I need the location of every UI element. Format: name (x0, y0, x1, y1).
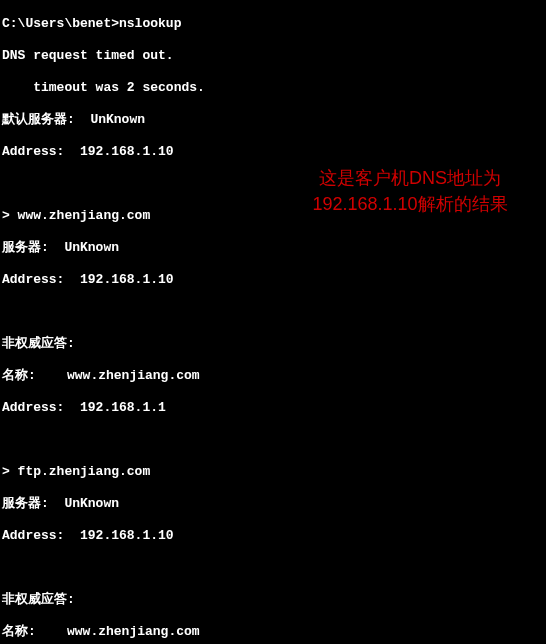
line: Address: 192.168.1.10 (2, 144, 223, 160)
line: 名称: www.zhenjiang.com (2, 624, 223, 640)
line: 服务器: UnKnown (2, 240, 223, 256)
line: 非权威应答: (2, 592, 223, 608)
line: 名称: www.zhenjiang.com (2, 368, 223, 384)
line: 默认服务器: UnKnown (2, 112, 223, 128)
line: 服务器: UnKnown (2, 496, 223, 512)
terminal-output[interactable]: C:\Users\benet>nslookup DNS request time… (0, 0, 225, 644)
line-prompt: > ftp.zhenjiang.com (2, 464, 223, 480)
line-blank (2, 432, 223, 448)
line-blank (2, 560, 223, 576)
annotation-box: 这是客户机DNS地址为 192.168.1.10解析的结果 (285, 165, 535, 217)
annotation-line2: 192.168.1.10解析的结果 (285, 191, 535, 217)
line-prompt: > www.zhenjiang.com (2, 208, 223, 224)
line: timeout was 2 seconds. (2, 80, 223, 96)
line-blank (2, 176, 223, 192)
line: 非权威应答: (2, 336, 223, 352)
line: DNS request timed out. (2, 48, 223, 64)
annotation-line1: 这是客户机DNS地址为 (285, 165, 535, 191)
line-prompt: C:\Users\benet>nslookup (2, 16, 223, 32)
line-blank (2, 304, 223, 320)
line: Address: 192.168.1.10 (2, 272, 223, 288)
line: Address: 192.168.1.1 (2, 400, 223, 416)
line: Address: 192.168.1.10 (2, 528, 223, 544)
